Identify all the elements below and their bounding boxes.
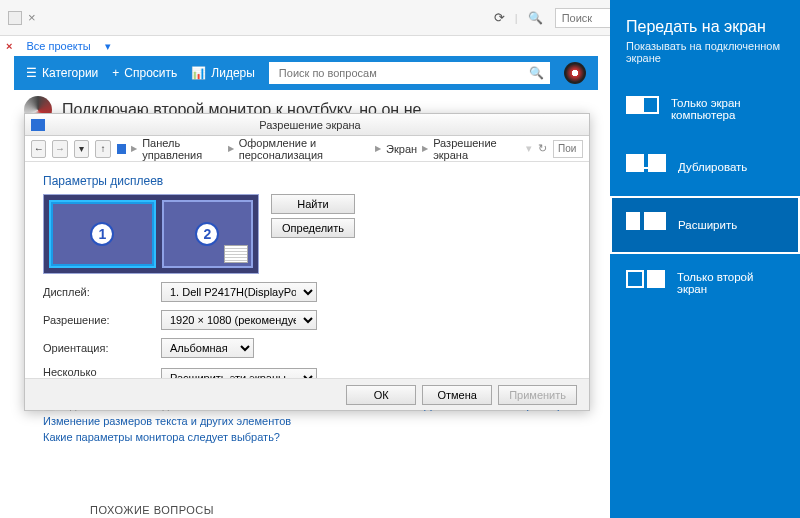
categories-button[interactable]: ☰Категории	[26, 66, 98, 80]
tab-close-icon[interactable]: ×	[28, 10, 36, 25]
site-header: ☰Категории +Спросить 📊Лидеры 🔍	[14, 56, 598, 90]
screen-resolution-window: Разрешение экрана ← → ▾ ↑ ▶ Панель управ…	[24, 113, 590, 411]
leaders-button[interactable]: 📊Лидеры	[191, 66, 255, 80]
resolution-label: Разрешение:	[43, 314, 149, 326]
forward-button[interactable]: →	[52, 140, 67, 158]
orientation-label: Ориентация:	[43, 342, 149, 354]
search-icon[interactable]: 🔍	[529, 66, 544, 80]
project-panel: Передать на экран Показывать на подключе…	[610, 0, 800, 518]
window-titlebar[interactable]: Разрешение экрана	[25, 114, 589, 136]
find-button[interactable]: Найти	[271, 194, 355, 214]
duplicate-icon	[626, 154, 666, 180]
plus-icon: +	[112, 66, 119, 80]
breadcrumb[interactable]: ▶ Панель управления ▶ Оформление и персо…	[117, 137, 514, 161]
which-settings-link[interactable]: Какие параметры монитора следует выбрать…	[43, 431, 571, 443]
text-size-link[interactable]: Изменение размеров текста и других элеме…	[43, 415, 571, 427]
detect-button[interactable]: Определить	[271, 218, 355, 238]
breadcrumb-item[interactable]: Оформление и персонализация	[239, 137, 370, 161]
project-option-second-only[interactable]: Только второй экран	[610, 254, 800, 312]
list-icon: ☰	[26, 66, 37, 80]
section-heading: Параметры дисплеев	[43, 174, 571, 188]
site-search-input[interactable]	[269, 62, 550, 84]
user-avatar[interactable]	[564, 62, 586, 84]
keypad-icon	[224, 245, 248, 263]
bars-icon: 📊	[191, 66, 206, 80]
display-select[interactable]: 1. Dell P2417H(DisplayPort)	[161, 282, 317, 302]
breadcrumb-item[interactable]: Экран	[386, 143, 417, 155]
apply-button: Применить	[498, 385, 577, 405]
orientation-select[interactable]: Альбомная	[161, 338, 254, 358]
explorer-nav: ← → ▾ ↑ ▶ Панель управления ▶ Оформление…	[25, 136, 589, 162]
display-icon	[117, 144, 127, 154]
all-projects-link[interactable]: Все проекты	[26, 40, 90, 52]
project-option-duplicate[interactable]: Дублировать	[610, 138, 800, 196]
ask-button[interactable]: +Спросить	[112, 66, 177, 80]
chevron-down-icon[interactable]: ▾	[74, 140, 89, 158]
pc-only-icon	[626, 96, 659, 122]
close-panel-icon[interactable]: ×	[6, 40, 12, 52]
chevron-down-icon[interactable]: ▾	[105, 40, 111, 53]
monitor-2[interactable]: 2	[162, 200, 253, 268]
cancel-button[interactable]: Отмена	[422, 385, 492, 405]
tab-favicon	[8, 11, 22, 25]
ok-button[interactable]: ОК	[346, 385, 416, 405]
back-button[interactable]: ←	[31, 140, 46, 158]
breadcrumb-item[interactable]: Панель управления	[142, 137, 223, 161]
monitor-1[interactable]: 1	[49, 200, 156, 268]
second-only-icon	[626, 270, 665, 296]
option-label: Только экран компьютера	[671, 97, 784, 121]
option-label: Дублировать	[678, 161, 747, 173]
extend-icon	[626, 212, 666, 238]
up-button[interactable]: ↑	[95, 140, 110, 158]
display-label: Дисплей:	[43, 286, 149, 298]
resolution-select[interactable]: 1920 × 1080 (рекомендуется)	[161, 310, 317, 330]
refresh-icon[interactable]: ⟳	[494, 10, 505, 25]
explorer-search-input[interactable]	[553, 140, 583, 158]
breadcrumb-item[interactable]: Разрешение экрана	[433, 137, 514, 161]
project-option-extend[interactable]: Расширить	[610, 196, 800, 254]
dialog-buttons: ОК Отмена Применить	[25, 378, 589, 410]
panel-title: Передать на экран	[610, 0, 800, 40]
window-title: Разрешение экрана	[51, 119, 589, 131]
display-app-icon	[31, 119, 45, 131]
project-option-pc-only[interactable]: Только экран компьютера	[610, 80, 800, 138]
panel-subtitle: Показывать на подключенном экране	[610, 40, 800, 80]
option-label: Расширить	[678, 219, 737, 231]
monitor-preview[interactable]: 1 2	[43, 194, 259, 274]
option-label: Только второй экран	[677, 271, 784, 295]
related-questions-heading: ПОХОЖИЕ ВОПРОСЫ	[90, 504, 214, 516]
search-icon: 🔍	[528, 11, 543, 25]
